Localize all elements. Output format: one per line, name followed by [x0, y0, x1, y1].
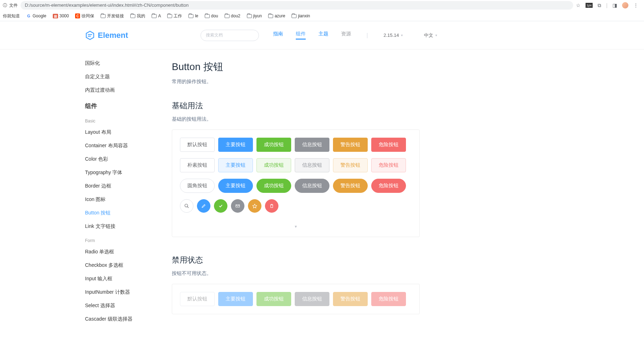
trash-icon — [269, 203, 274, 208]
sidebar: 国际化 自定义主题 内置过渡动画 组件 Basic Layout 布局 Cont… — [85, 50, 165, 333]
sidebar-item[interactable]: InputNumber 计数器 — [85, 286, 165, 299]
round-button[interactable]: 圆角按钮 — [180, 179, 215, 193]
bm-folder[interactable]: dou2 — [225, 13, 241, 18]
puzzle-icon[interactable]: ⧉ — [598, 2, 601, 8]
info-button-disabled[interactable]: 信息按钮 — [295, 292, 329, 306]
bm-folder[interactable]: jiyun — [247, 13, 262, 18]
bm-folder[interactable]: dou — [205, 13, 218, 18]
sidebar-item[interactable]: Color 色彩 — [85, 153, 165, 166]
page-title: Button 按钮 — [172, 60, 420, 74]
demo-disabled: 默认按钮 主要按钮 成功按钮 信息按钮 警告按钮 危险按钮 — [172, 284, 420, 314]
nav-theme[interactable]: 主题 — [318, 31, 328, 40]
info-button[interactable]: 信息按钮 — [295, 138, 329, 152]
plain-danger-button[interactable]: 危险按钮 — [371, 158, 406, 172]
bm-xu[interactable]: C徐同保 — [75, 13, 94, 19]
bm-folder[interactable]: A — [152, 13, 161, 18]
plain-primary-button[interactable]: 主要按钮 — [218, 158, 253, 172]
mail-icon — [235, 203, 240, 208]
sidebar-item[interactable]: Border 边框 — [85, 179, 165, 193]
sidebar-item[interactable]: Layout 布局 — [85, 126, 165, 139]
sidebar-item[interactable]: Radio 单选框 — [85, 245, 165, 259]
svg-point-0 — [185, 204, 188, 207]
bm-3000[interactable]: ▦3000 — [53, 13, 69, 18]
success-button-disabled[interactable]: 成功按钮 — [256, 292, 291, 306]
star-icon[interactable]: ☆ — [576, 2, 581, 8]
search-input[interactable]: 搜索文档 — [200, 30, 259, 41]
warning-button-disabled[interactable]: 警告按钮 — [333, 292, 368, 306]
default-button-disabled[interactable]: 默认按钮 — [180, 292, 215, 306]
nav-component[interactable]: 组件 — [296, 31, 306, 40]
warning-button[interactable]: 警告按钮 — [333, 138, 368, 152]
sidebar-group: Form — [85, 233, 165, 245]
edit-icon-button[interactable] — [197, 199, 210, 213]
address-url[interactable]: D:/source/m-element/examples/element-ui/… — [21, 1, 573, 10]
danger-button[interactable]: 危险按钮 — [371, 138, 406, 152]
plain-warning-button[interactable]: 警告按钮 — [333, 158, 368, 172]
svg-marker-3 — [253, 204, 257, 208]
browser-chrome: ⓘ 文件 D:/source/m-element/examples/elemen… — [0, 0, 644, 21]
ext-icon[interactable]: 1px — [586, 3, 593, 8]
sidebar-item[interactable]: Checkbox 多选框 — [85, 259, 165, 272]
bm-item[interactable]: 你就知道 — [3, 13, 20, 19]
delete-icon-button[interactable] — [265, 199, 278, 213]
nav-guide[interactable]: 指南 — [273, 31, 283, 40]
mail-icon-button[interactable] — [231, 199, 244, 213]
avatar-icon[interactable] — [622, 2, 628, 8]
bm-folder[interactable]: 工作 — [167, 13, 182, 19]
star-icon-button[interactable] — [248, 199, 261, 213]
section-title: 禁用状态 — [172, 255, 420, 265]
bm-folder[interactable]: le — [188, 13, 198, 18]
edit-icon — [201, 203, 206, 208]
check-icon-button[interactable] — [214, 199, 227, 213]
primary-button[interactable]: 主要按钮 — [218, 138, 253, 152]
sidebar-item-button[interactable]: Button 按钮 — [85, 206, 165, 220]
bm-folder[interactable]: 我的 — [130, 13, 145, 19]
section-desc: 按钮不可用状态。 — [172, 270, 420, 277]
round-primary-button[interactable]: 主要按钮 — [218, 179, 253, 193]
version-select[interactable]: 2.15.14▾ — [384, 33, 403, 38]
sidebar-item[interactable]: 内置过渡动画 — [85, 84, 165, 97]
check-icon — [218, 203, 223, 208]
round-info-button[interactable]: 信息按钮 — [295, 179, 329, 193]
logo[interactable]: Element — [85, 30, 128, 40]
bm-folder[interactable]: jianxin — [292, 13, 310, 18]
bm-folder[interactable]: 开发链接 — [101, 13, 124, 19]
danger-button-disabled[interactable]: 危险按钮 — [371, 292, 406, 306]
plain-button[interactable]: 朴素按钮 — [180, 158, 215, 172]
round-danger-button[interactable]: 危险按钮 — [371, 179, 406, 193]
section-desc: 基础的按钮用法。 — [172, 116, 420, 122]
plain-success-button[interactable]: 成功按钮 — [256, 158, 291, 172]
sidebar-item[interactable]: 国际化 — [85, 57, 165, 70]
page-subtitle: 常用的操作按钮。 — [172, 79, 420, 85]
menu-icon[interactable]: ⋮ — [633, 2, 638, 8]
svg-line-1 — [187, 207, 189, 208]
sidebar-item[interactable]: 自定义主题 — [85, 70, 165, 84]
sidebar-item[interactable]: Icon 图标 — [85, 193, 165, 206]
file-label: 文件 — [9, 2, 18, 8]
panel-icon[interactable]: ◨ — [612, 2, 617, 8]
primary-button-disabled[interactable]: 主要按钮 — [218, 292, 253, 306]
nav-resource[interactable]: 资源 — [341, 31, 351, 40]
bm-google[interactable]: GGoogle — [26, 13, 46, 18]
plain-info-button[interactable]: 信息按钮 — [295, 158, 329, 172]
sep-icon: | — [606, 2, 608, 8]
logo-icon — [85, 30, 95, 40]
sidebar-group: Basic — [85, 114, 165, 126]
sidebar-item[interactable]: Typography 字体 — [85, 166, 165, 179]
site-header: Element 搜索文档 指南 组件 主题 资源 | 2.15.14▾ 中文▾ — [0, 21, 644, 50]
search-icon-button[interactable] — [180, 199, 193, 213]
success-button[interactable]: 成功按钮 — [256, 138, 291, 152]
bm-folder[interactable]: azure — [268, 13, 285, 18]
default-button[interactable]: 默认按钮 — [180, 138, 215, 152]
lang-select[interactable]: 中文▾ — [424, 32, 437, 39]
sidebar-item[interactable]: Cascader 级联选择器 — [85, 312, 165, 326]
section-title: 基础用法 — [172, 100, 420, 111]
sidebar-item[interactable]: Container 布局容器 — [85, 139, 165, 153]
sidebar-item[interactable]: Link 文字链接 — [85, 220, 165, 233]
round-warning-button[interactable]: 警告按钮 — [333, 179, 368, 193]
sidebar-item[interactable]: Input 输入框 — [85, 272, 165, 286]
star-icon — [252, 203, 257, 208]
sidebar-item[interactable]: Select 选择器 — [85, 299, 165, 312]
round-success-button[interactable]: 成功按钮 — [256, 179, 291, 193]
expand-toggle[interactable]: ▾ — [180, 219, 412, 229]
